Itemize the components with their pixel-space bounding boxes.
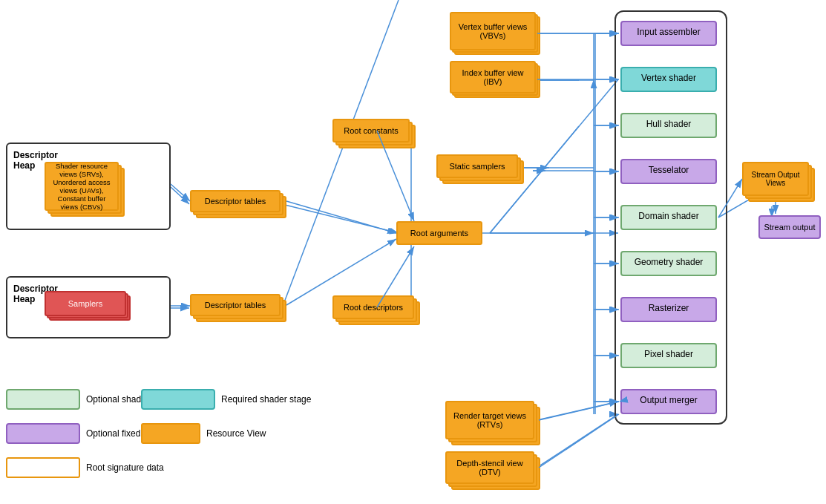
stage-label: Vertex shader: [641, 73, 696, 83]
svg-line-21: [282, 204, 399, 233]
legend-optional-shader-box: [6, 389, 80, 410]
stage-hull-shader: Hull shader: [620, 113, 717, 138]
svg-line-57: [539, 402, 619, 420]
heap2-sampler-label: Samplers: [68, 299, 102, 308]
descriptor-heap-1: DescriptorHeap Shader resource views (SR…: [6, 143, 171, 230]
legend-root-sig-box: [6, 457, 80, 478]
stage-label: Hull shader: [646, 119, 692, 129]
stage-label: Input assembler: [637, 27, 700, 37]
root-arguments-box: Root arguments: [396, 221, 482, 245]
stage-input-assembler: Input assembler: [620, 21, 717, 46]
stage-output-merger: Output merger: [620, 389, 717, 414]
desc-tables-2-label: Descriptor tables: [205, 301, 266, 310]
stage-pixel-shader: Pixel shader: [620, 343, 717, 368]
vbvs-label: Vertex buffer views(VBVs): [459, 22, 528, 40]
svg-line-22: [282, 0, 399, 308]
ibv-label: Index buffer view(IBV): [462, 68, 524, 86]
stage-geometry-shader: Geometry shader: [620, 251, 717, 276]
stream-output-views-label: Stream OutputViews: [751, 171, 799, 187]
heap1-srv-label: Shader resource views (SRVs),Unordered a…: [48, 162, 115, 211]
legend-root-sig-label: Root signature data: [86, 462, 164, 473]
stage-domain-shader: Domain shader: [620, 205, 717, 230]
stage-label: Tesselator: [649, 165, 689, 175]
svg-line-38: [286, 201, 396, 233]
stage-label: Domain shader: [638, 211, 698, 221]
legend-resource-view: Resource View: [141, 423, 266, 444]
stage-label: Pixel shader: [644, 349, 693, 359]
stage-tesselator: Tesselator: [620, 159, 717, 184]
stream-output-box: Stream output: [758, 215, 821, 239]
legend-required-shader: Required shader stage: [141, 389, 311, 410]
stage-vertex-shader: Vertex shader: [620, 67, 717, 92]
legend-required-shader-box: [141, 389, 215, 410]
root-descriptors-label: Root descriptors: [344, 303, 403, 312]
stage-label: Rasterizer: [649, 303, 689, 313]
svg-line-36: [171, 184, 190, 201]
desc-tables-1-label: Descriptor tables: [205, 197, 266, 206]
svg-line-29: [540, 402, 618, 419]
stream-output-label: Stream output: [764, 223, 815, 232]
root-constants-label: Root constants: [344, 126, 398, 135]
stage-label: Geometry shader: [635, 257, 704, 267]
descriptor-heap-2: DescriptorHeap Samplers: [6, 276, 171, 338]
rtv-label: Render target views(RTVs): [453, 411, 526, 429]
legend-optional-fixed-box: [6, 423, 80, 444]
root-arguments-label: Root arguments: [410, 229, 468, 238]
legend-resource-view-box: [141, 423, 200, 444]
stage-label: Output merger: [640, 395, 697, 405]
svg-line-19: [171, 187, 189, 204]
legend-resource-view-label: Resource View: [206, 428, 266, 439]
svg-line-58: [539, 414, 619, 468]
stage-rasterizer: Rasterizer: [620, 297, 717, 322]
legend-required-shader-label: Required shader stage: [221, 394, 311, 405]
svg-line-30: [540, 414, 618, 465]
dsv-label: Depth-stencil view(DTV): [456, 459, 522, 477]
static-samplers-label: Static samplers: [449, 162, 505, 171]
legend-root-sig: Root signature data: [6, 457, 164, 478]
